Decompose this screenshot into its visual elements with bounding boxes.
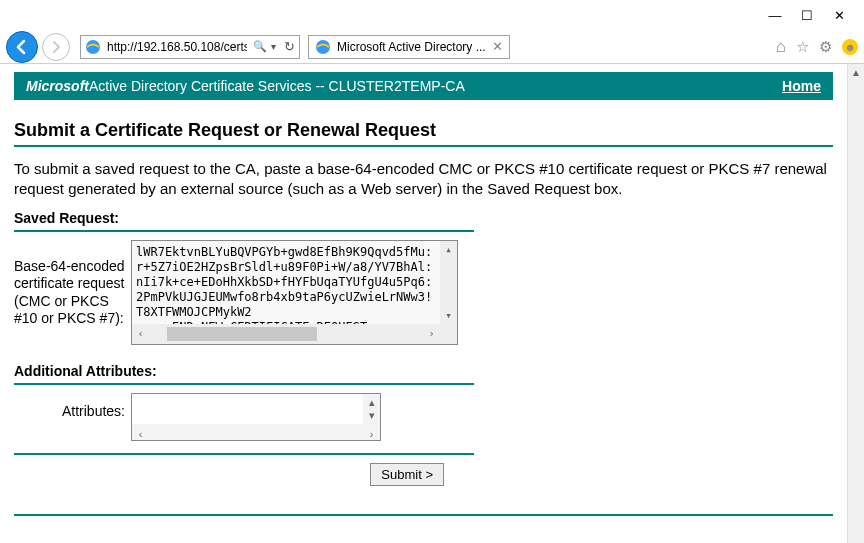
attributes-row: Attributes: ▴ ▾ ‹ › bbox=[14, 393, 474, 441]
tab-close-icon[interactable]: ✕ bbox=[492, 39, 503, 54]
additional-attributes-section-label: Additional Attributes: bbox=[14, 363, 474, 379]
back-button[interactable] bbox=[6, 31, 38, 63]
url-input[interactable] bbox=[105, 39, 249, 55]
close-icon[interactable]: ✕ bbox=[832, 8, 846, 22]
minimize-icon[interactable]: — bbox=[768, 8, 782, 22]
submit-button[interactable]: Submit > bbox=[370, 463, 444, 486]
scroll-right-icon[interactable]: › bbox=[363, 424, 380, 444]
scroll-left-icon[interactable]: ‹ bbox=[132, 424, 149, 444]
smiley-icon[interactable]: ☻ bbox=[842, 39, 858, 55]
maximize-icon[interactable]: ☐ bbox=[800, 8, 814, 22]
attributes-field-label: Attributes: bbox=[14, 393, 131, 419]
ie-icon bbox=[85, 39, 101, 55]
scroll-thumb[interactable] bbox=[167, 327, 317, 341]
cert-services-header: Microsoft Active Directory Certificate S… bbox=[14, 72, 833, 100]
textarea-hscroll[interactable]: ‹ › bbox=[132, 324, 457, 344]
tab-title: Microsoft Active Directory ... bbox=[337, 40, 486, 54]
saved-request-textarea[interactable]: lWR7EktvnBLYuBQVPGYb+gwd8EfBh9K9Qqvd5fMu… bbox=[131, 240, 458, 345]
brand-label: Microsoft bbox=[26, 78, 89, 94]
chevron-down-icon[interactable]: ▾ bbox=[271, 41, 276, 52]
page-content: ▲ Microsoft Active Directory Certificate… bbox=[0, 64, 864, 543]
page-title: Submit a Certificate Request or Renewal … bbox=[14, 120, 833, 141]
favorites-icon[interactable]: ☆ bbox=[796, 38, 809, 56]
scroll-down-icon[interactable]: ▾ bbox=[363, 407, 380, 424]
home-link[interactable]: Home bbox=[782, 78, 821, 94]
scroll-down-icon[interactable]: ▾ bbox=[440, 307, 457, 324]
section-divider bbox=[14, 383, 474, 385]
scroll-left-icon[interactable]: ‹ bbox=[132, 324, 149, 344]
attributes-textarea[interactable]: ▴ ▾ ‹ › bbox=[131, 393, 381, 441]
ie-icon bbox=[315, 39, 331, 55]
browser-tab[interactable]: Microsoft Active Directory ... ✕ bbox=[308, 35, 510, 59]
product-label: Active Directory Certificate Services --… bbox=[89, 78, 465, 94]
browser-icons-right: ⌂ ☆ ⚙ ☻ bbox=[776, 37, 858, 57]
browser-toolbar: 🔍 ▾ ↻ Microsoft Active Directory ... ✕ ⌂… bbox=[0, 30, 864, 64]
saved-request-row: Base-64-encoded certificate request (CMC… bbox=[14, 240, 833, 345]
forward-button[interactable] bbox=[42, 33, 70, 61]
saved-request-section-label: Saved Request: bbox=[14, 210, 833, 226]
textarea-hscroll[interactable]: ‹ › bbox=[132, 424, 380, 440]
intro-text: To submit a saved request to the CA, pas… bbox=[14, 159, 833, 200]
title-divider bbox=[14, 145, 833, 147]
window-controls: — ☐ ✕ bbox=[0, 0, 864, 30]
scroll-up-icon[interactable]: ▲ bbox=[848, 64, 864, 81]
refresh-icon[interactable]: ↻ bbox=[284, 39, 295, 54]
address-bar[interactable]: 🔍 ▾ ↻ bbox=[80, 35, 300, 59]
textarea-vscroll[interactable]: ▴ ▾ bbox=[363, 394, 380, 424]
tools-icon[interactable]: ⚙ bbox=[819, 38, 832, 56]
search-dropdown-icon[interactable]: 🔍 bbox=[253, 40, 267, 53]
section-divider bbox=[14, 230, 474, 232]
saved-request-field-label: Base-64-encoded certificate request (CMC… bbox=[14, 240, 131, 328]
section-divider bbox=[14, 453, 474, 455]
page-scrollbar[interactable]: ▲ bbox=[847, 64, 864, 543]
submit-row: Submit > bbox=[14, 463, 444, 486]
home-icon[interactable]: ⌂ bbox=[776, 37, 786, 57]
scroll-up-icon[interactable]: ▴ bbox=[440, 241, 457, 258]
scroll-right-icon[interactable]: › bbox=[423, 324, 440, 344]
bottom-divider bbox=[14, 514, 833, 516]
textarea-vscroll[interactable]: ▴ ▾ bbox=[440, 241, 457, 324]
